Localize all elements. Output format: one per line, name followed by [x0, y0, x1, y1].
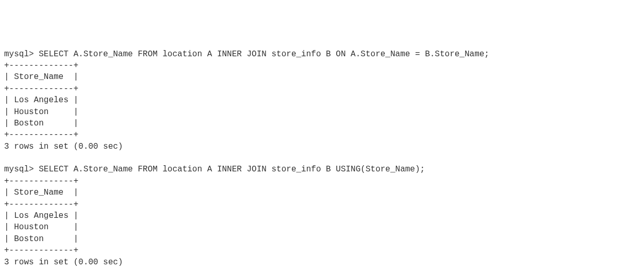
table-border: +-------------+ — [4, 84, 78, 93]
sql-query-2: SELECT A.Store_Name FROM location A INNE… — [39, 165, 425, 174]
table-row: | Houston | — [4, 223, 78, 232]
table-border: +-------------+ — [4, 200, 78, 209]
table-row: | Los Angeles | — [4, 96, 78, 105]
mysql-prompt: mysql> — [4, 165, 39, 174]
table-header: | Store_Name | — [4, 72, 78, 82]
table-row: | Los Angeles | — [4, 211, 78, 220]
result-footer: 3 rows in set (0.00 sec) — [4, 142, 123, 151]
table-border: +-------------+ — [4, 61, 78, 70]
table-row: | Boston | — [4, 119, 78, 128]
sql-query-1: SELECT A.Store_Name FROM location A INNE… — [39, 50, 489, 59]
table-header: | Store_Name | — [4, 188, 78, 197]
table-row: | Boston | — [4, 234, 78, 244]
table-border: +-------------+ — [4, 246, 78, 255]
table-border: +-------------+ — [4, 177, 78, 186]
terminal-output: mysql> SELECT A.Store_Name FROM location… — [4, 49, 640, 270]
mysql-prompt: mysql> — [4, 50, 39, 59]
table-border: +-------------+ — [4, 130, 78, 139]
table-row: | Houston | — [4, 107, 78, 117]
result-footer: 3 rows in set (0.00 sec) — [4, 258, 123, 267]
